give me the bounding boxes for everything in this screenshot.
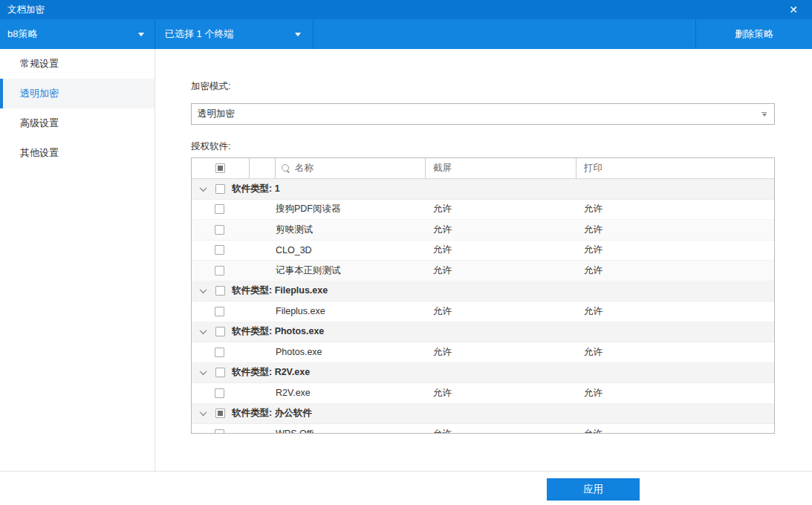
delete-policy-label: 删除策略: [735, 27, 773, 41]
select-all-checkbox[interactable]: [215, 163, 225, 173]
row-checkbox-cell: [192, 204, 250, 214]
toolbar-spacer: [314, 19, 695, 49]
chevron-down-icon[interactable]: [200, 368, 207, 375]
group-row[interactable]: 软件类型: 1: [192, 179, 774, 200]
screenshot-header-cell: 截屏: [426, 158, 576, 178]
screenshot-column-header: 截屏: [433, 162, 452, 175]
print-header-cell: 打印: [576, 158, 774, 178]
row-checkbox[interactable]: [215, 266, 224, 276]
encryption-mode-label: 加密模式:: [191, 80, 812, 92]
sidebar: 常规设置 透明加密 高级设置 其他设置: [0, 49, 155, 471]
chevron-down-icon: [138, 33, 144, 36]
group-checkbox[interactable]: [215, 327, 225, 336]
name-column-header: 名称: [295, 162, 314, 175]
group-label: 软件类型: 1: [232, 183, 280, 195]
title-bar: 文档加密 ✕: [0, 0, 812, 19]
search-icon[interactable]: [282, 164, 290, 173]
document-encryption-window: 文档加密 ✕ b8策略 已选择 1 个终端 删除策略 常规设置 透明加密 高级设…: [0, 0, 812, 505]
print-permission-cell[interactable]: 允许: [576, 387, 774, 400]
close-icon[interactable]: ✕: [785, 2, 802, 17]
table-row: 记事本正则测试允许允许: [192, 261, 774, 281]
group-label: 软件类型: Photos.exe: [232, 325, 324, 338]
print-permission-cell[interactable]: 允许: [576, 264, 774, 277]
table-header-row: 名称 截屏 打印: [192, 158, 774, 179]
sidebar-item-transparent-encryption[interactable]: 透明加密: [0, 79, 155, 108]
software-name-cell: R2V.exe: [276, 388, 426, 398]
group-label: 软件类型: 办公软件: [232, 407, 312, 420]
body-area: 常规设置 透明加密 高级设置 其他设置 加密模式: 透明加密 授权软件:: [0, 49, 812, 471]
sidebar-item-advanced-settings[interactable]: 高级设置: [0, 108, 155, 138]
policy-dropdown-label: b8策略: [7, 27, 37, 41]
encryption-mode-select[interactable]: 透明加密: [191, 103, 775, 125]
group-checkbox[interactable]: [215, 286, 225, 296]
encryption-mode-value: 透明加密: [198, 108, 235, 120]
print-permission-cell[interactable]: 允许: [576, 305, 774, 318]
row-checkbox[interactable]: [215, 388, 224, 398]
screenshot-permission-cell[interactable]: 允许: [426, 346, 576, 359]
row-checkbox[interactable]: [215, 429, 224, 433]
group-row[interactable]: 软件类型: R2V.exe: [192, 363, 774, 384]
table-row: WPS Offi允许允许: [192, 424, 774, 433]
apply-button[interactable]: 应用: [547, 478, 640, 501]
screenshot-permission-cell[interactable]: 允许: [426, 224, 576, 236]
group-checkbox[interactable]: [215, 368, 225, 377]
row-checkbox-cell: [192, 307, 250, 316]
row-checkbox[interactable]: [215, 225, 224, 235]
sidebar-item-other-settings[interactable]: 其他设置: [0, 138, 155, 168]
sidebar-item-general-settings[interactable]: 常规设置: [0, 49, 155, 79]
table-row: CLO_3D允许允许: [192, 241, 774, 261]
software-name-cell: CLO_3D: [276, 245, 426, 255]
terminal-dropdown[interactable]: 已选择 1 个终端: [155, 19, 314, 49]
sidebar-item-label: 高级设置: [20, 117, 59, 130]
group-label: 软件类型: R2V.exe: [232, 366, 310, 379]
name-header-cell: 名称: [276, 158, 426, 178]
chevron-down-icon: [761, 112, 767, 117]
table-row: R2V.exe允许允许: [192, 383, 774, 404]
group-row[interactable]: 软件类型: Fileplus.exe: [192, 281, 774, 302]
authorized-software-label: 授权软件:: [191, 140, 812, 152]
screenshot-permission-cell[interactable]: 允许: [426, 264, 576, 277]
row-checkbox[interactable]: [215, 245, 224, 255]
group-checkbox[interactable]: [215, 184, 225, 194]
row-checkbox[interactable]: [215, 348, 224, 357]
screenshot-permission-cell[interactable]: 允许: [426, 387, 576, 400]
software-name-cell: 剪映测试: [276, 224, 426, 236]
chevron-down-icon: [295, 33, 301, 36]
policy-dropdown[interactable]: b8策略: [0, 19, 155, 49]
main-content: 加密模式: 透明加密 授权软件: 名称 截屏: [155, 49, 812, 471]
footer-bar: 应用: [0, 471, 812, 505]
print-permission-cell[interactable]: 允许: [576, 244, 774, 256]
row-checkbox[interactable]: [215, 204, 224, 214]
delete-policy-button[interactable]: 删除策略: [695, 19, 812, 49]
chevron-down-icon[interactable]: [200, 408, 207, 416]
group-checkbox[interactable]: [215, 408, 225, 418]
toolbar: b8策略 已选择 1 个终端 删除策略: [0, 19, 812, 49]
software-name-cell: WPS Offi: [276, 429, 426, 433]
screenshot-permission-cell[interactable]: 允许: [426, 203, 576, 215]
screenshot-permission-cell[interactable]: 允许: [426, 305, 576, 318]
group-row[interactable]: 软件类型: 办公软件: [192, 404, 774, 425]
table-row: 搜狗PDF阅读器允许允许: [192, 200, 774, 221]
expander-header-cell: [250, 158, 276, 178]
row-checkbox-cell: [192, 266, 250, 276]
row-checkbox-cell: [192, 245, 250, 255]
row-checkbox[interactable]: [215, 307, 224, 316]
sidebar-item-label: 常规设置: [20, 57, 59, 71]
chevron-down-icon[interactable]: [200, 184, 207, 192]
sidebar-item-label: 透明加密: [20, 87, 59, 100]
row-checkbox-cell: [192, 225, 250, 235]
chevron-down-icon[interactable]: [200, 286, 207, 293]
screenshot-permission-cell[interactable]: 允许: [426, 244, 576, 256]
table-row: 剪映测试允许允许: [192, 220, 774, 241]
print-permission-cell[interactable]: 允许: [576, 428, 774, 433]
group-label: 软件类型: Fileplus.exe: [232, 284, 328, 297]
print-permission-cell[interactable]: 允许: [576, 224, 774, 236]
print-permission-cell[interactable]: 允许: [576, 346, 774, 359]
software-name-cell: Photos.exe: [276, 347, 426, 357]
group-row[interactable]: 软件类型: Photos.exe: [192, 322, 774, 343]
print-column-header: 打印: [584, 162, 602, 175]
screenshot-permission-cell[interactable]: 允许: [426, 428, 576, 433]
window-title: 文档加密: [7, 4, 45, 16]
chevron-down-icon[interactable]: [200, 327, 207, 334]
print-permission-cell[interactable]: 允许: [576, 203, 774, 215]
